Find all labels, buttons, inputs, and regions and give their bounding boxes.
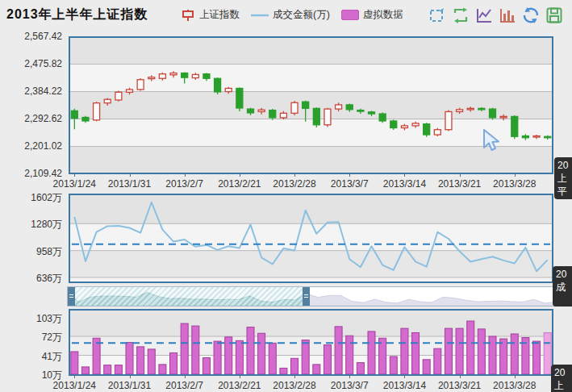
datazoom-right-handle[interactable] <box>303 287 310 306</box>
bar[interactable] <box>258 333 265 374</box>
bar[interactable] <box>71 352 78 374</box>
kline-chart[interactable] <box>69 36 553 174</box>
bar[interactable] <box>544 332 551 374</box>
bar[interactable] <box>247 327 254 374</box>
candle[interactable] <box>346 105 353 110</box>
bar[interactable] <box>291 358 299 374</box>
bar[interactable] <box>159 365 166 374</box>
bar[interactable] <box>137 347 144 374</box>
candle[interactable] <box>215 78 221 92</box>
candle[interactable] <box>236 88 243 107</box>
legend-item-kline[interactable]: 上证指数 <box>181 8 240 22</box>
candle[interactable] <box>324 109 331 125</box>
bar-chart-button[interactable] <box>498 6 517 25</box>
bar[interactable] <box>81 367 89 374</box>
bar[interactable] <box>401 328 408 374</box>
bar[interactable] <box>456 328 463 374</box>
save-image-button[interactable] <box>545 6 564 25</box>
candle[interactable] <box>148 77 155 79</box>
bar[interactable] <box>126 343 133 374</box>
candle[interactable] <box>104 99 111 102</box>
candle[interactable] <box>533 136 540 138</box>
candle[interactable] <box>522 136 528 138</box>
datazoom-unselected-region[interactable] <box>310 287 557 306</box>
bar[interactable] <box>269 343 276 374</box>
candle[interactable] <box>336 105 342 109</box>
candle[interactable] <box>379 114 386 121</box>
candle[interactable] <box>225 88 232 91</box>
bar[interactable] <box>192 326 199 374</box>
candle[interactable] <box>445 111 452 129</box>
candle[interactable] <box>269 111 276 118</box>
bar[interactable] <box>368 332 375 374</box>
bar[interactable] <box>412 332 420 374</box>
candle[interactable] <box>94 103 100 120</box>
candle[interactable] <box>182 73 188 78</box>
area-zoom-button[interactable] <box>428 6 447 25</box>
bar[interactable] <box>533 341 541 374</box>
candle[interactable] <box>412 123 419 126</box>
bar[interactable] <box>214 341 221 374</box>
bar[interactable] <box>280 368 287 374</box>
bar[interactable] <box>467 321 474 374</box>
candle[interactable] <box>545 136 551 138</box>
candle[interactable] <box>303 102 309 108</box>
candle[interactable] <box>170 73 177 75</box>
legend-item-virtual[interactable]: 虚拟数据 <box>341 8 403 22</box>
bar[interactable] <box>511 334 518 374</box>
zoom-reset-button[interactable] <box>451 6 470 25</box>
legend-item-volume[interactable]: 成交金额(万) <box>251 8 330 22</box>
candle[interactable] <box>248 109 254 113</box>
bar[interactable] <box>202 358 210 374</box>
bar[interactable] <box>357 363 364 374</box>
candle[interactable] <box>490 109 496 118</box>
candle[interactable] <box>511 116 518 136</box>
candle[interactable] <box>357 111 364 112</box>
bar[interactable] <box>236 340 243 374</box>
bar[interactable] <box>346 336 353 374</box>
bar[interactable] <box>478 329 485 374</box>
datazoom-left-handle[interactable] <box>68 287 75 306</box>
bar[interactable] <box>445 328 452 374</box>
bar[interactable] <box>423 360 430 374</box>
candle[interactable] <box>115 92 122 100</box>
bar[interactable] <box>390 357 397 374</box>
candle[interactable] <box>369 112 375 114</box>
candle[interactable] <box>291 102 298 113</box>
bar[interactable] <box>302 340 309 374</box>
bar[interactable] <box>500 339 507 374</box>
candle[interactable] <box>457 110 463 112</box>
candle[interactable] <box>137 80 144 90</box>
bar[interactable] <box>115 365 122 374</box>
datazoom-slider[interactable] <box>67 286 557 307</box>
candle[interactable] <box>390 121 397 128</box>
bar[interactable] <box>489 336 496 374</box>
candle[interactable] <box>401 126 407 128</box>
bar[interactable] <box>313 365 320 374</box>
candle[interactable] <box>500 116 507 118</box>
datazoom-selected-region[interactable] <box>75 287 303 306</box>
candle[interactable] <box>467 108 474 110</box>
candle[interactable] <box>424 124 430 135</box>
candle[interactable] <box>478 108 485 110</box>
candle[interactable] <box>313 108 319 124</box>
bar[interactable] <box>148 349 155 374</box>
candle[interactable] <box>434 130 440 135</box>
bar[interactable] <box>335 327 342 374</box>
bar[interactable] <box>434 348 441 374</box>
candle[interactable] <box>203 74 210 79</box>
candle[interactable] <box>82 118 89 121</box>
candle[interactable] <box>258 110 265 111</box>
candle[interactable] <box>192 74 198 77</box>
bar[interactable] <box>104 365 111 374</box>
virtual-data-bar-chart[interactable] <box>69 309 553 376</box>
candle[interactable] <box>280 113 286 118</box>
volume-line-chart[interactable] <box>69 194 553 283</box>
bar[interactable] <box>170 352 177 374</box>
restore-button[interactable] <box>521 6 541 25</box>
candle[interactable] <box>159 74 165 79</box>
bar[interactable] <box>181 323 188 374</box>
candle[interactable] <box>127 90 133 92</box>
candle[interactable] <box>71 111 77 118</box>
line-chart-button[interactable] <box>474 6 494 25</box>
